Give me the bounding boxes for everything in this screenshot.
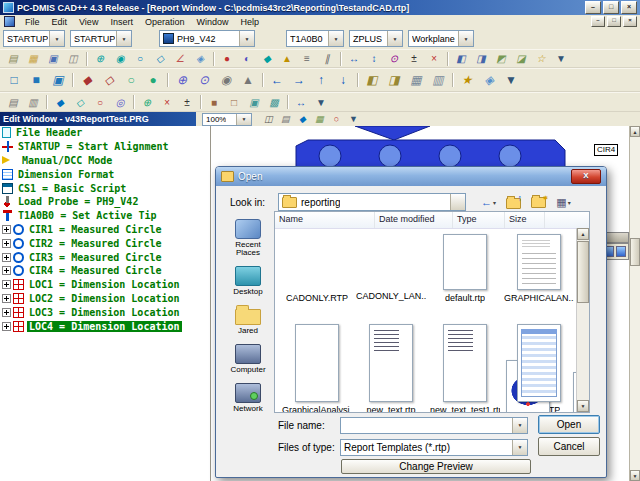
toolbar-combobox[interactable]: STARTUP [70, 30, 132, 47]
app-titlebar[interactable]: PC-DMIS CAD++ 4.3 Release - [Report Wind… [0, 0, 640, 15]
toolbar-icon[interactable]: ↑ [310, 69, 332, 91]
toolbar-icon[interactable]: ◎ [110, 93, 130, 111]
file-item[interactable]: CADONLY_LAN... [355, 234, 427, 324]
toolbar-icon[interactable]: ↔ [344, 50, 364, 68]
child-close-icon[interactable] [623, 16, 637, 27]
toolbar-icon[interactable]: ▼ [551, 50, 571, 68]
file-name-combobox[interactable] [340, 417, 528, 434]
chevron-down-icon[interactable] [458, 31, 473, 46]
sidebar-place[interactable]: Desktop [224, 266, 272, 296]
up-one-level-icon[interactable] [503, 193, 524, 212]
toolbar-icon[interactable]: □ [3, 69, 25, 91]
child-minimize-icon[interactable] [591, 16, 605, 27]
tree-item[interactable]: Dimension Format [0, 167, 210, 181]
menu-item[interactable]: View [73, 17, 104, 27]
toolbar-icon[interactable]: ○ [120, 69, 142, 91]
toolbar-icon[interactable]: ○ [90, 93, 110, 111]
toolbar-icon[interactable]: ■ [25, 69, 47, 91]
toolbar-icon[interactable]: ▲ [277, 50, 297, 68]
zoom-combobox[interactable]: 100% [202, 113, 252, 126]
scroll-up-icon[interactable] [630, 126, 640, 137]
toolbar-icon[interactable]: ▤ [3, 50, 23, 68]
toolbar-icon[interactable]: ◫ [260, 112, 277, 127]
open-button[interactable]: Open [538, 415, 600, 434]
toolbar-icon[interactable]: ⊕ [137, 93, 157, 111]
menu-item[interactable]: Window [190, 17, 234, 27]
menu-item[interactable]: File [19, 17, 46, 27]
file-name-input[interactable] [341, 419, 512, 432]
toolbar-icon[interactable]: ↓ [332, 69, 354, 91]
toolbar-icon[interactable]: ◨ [471, 50, 491, 68]
scroll-up-icon[interactable] [577, 228, 589, 240]
scroll-down-icon[interactable] [630, 470, 640, 481]
column-header[interactable]: Date modified [375, 212, 453, 228]
toolbar-icon[interactable]: ◈ [478, 69, 500, 91]
toolbar-icon[interactable]: ◐ [237, 50, 257, 68]
tree-item[interactable]: CIR2 = Measured Circle [0, 236, 210, 250]
chevron-down-icon[interactable] [239, 31, 254, 46]
toolbar-icon[interactable]: ← [266, 69, 288, 91]
toolbar-icon[interactable]: ▣ [47, 69, 69, 91]
tree-item[interactable]: CIR1 = Measured Circle [0, 223, 210, 237]
toolbar-icon[interactable]: ◉ [110, 50, 130, 68]
toolbar-icon[interactable]: ▤ [3, 93, 23, 111]
toolbar-icon[interactable]: ⊙ [384, 50, 404, 68]
toolbar-icon[interactable]: ▼ [345, 112, 362, 127]
chevron-down-icon[interactable] [387, 31, 402, 46]
toolbar-icon[interactable]: ◪ [511, 50, 531, 68]
dialog-close-icon[interactable]: X [571, 169, 601, 184]
file-item[interactable]: GRAPHICALAN... [503, 234, 575, 324]
toolbar-icon[interactable]: ↕ [364, 50, 384, 68]
tree-item[interactable]: Manual/DCC Mode [0, 154, 210, 168]
toolbar-icon[interactable]: ◇ [70, 93, 90, 111]
menu-item[interactable]: Help [234, 17, 265, 27]
toolbar-icon[interactable]: ▣ [43, 50, 63, 68]
expand-plus-icon[interactable] [2, 253, 11, 262]
expand-plus-icon[interactable] [2, 294, 11, 303]
chevron-down-icon[interactable] [328, 31, 343, 46]
toolbar-icon[interactable]: ≡ [297, 50, 317, 68]
toolbar-icon[interactable]: ● [217, 50, 237, 68]
chevron-down-icon[interactable] [450, 194, 465, 210]
child-restore-icon[interactable] [607, 16, 621, 27]
toolbar-icon[interactable]: ◆ [257, 50, 277, 68]
file-item[interactable]: GraphicalAnalysi... [281, 324, 353, 412]
chevron-down-icon[interactable] [116, 31, 131, 46]
vertical-scrollbar[interactable] [629, 126, 640, 481]
expand-plus-icon[interactable] [2, 280, 11, 289]
toolbar-icon[interactable]: × [157, 93, 177, 111]
toolbar-icon[interactable]: ▼ [311, 93, 331, 111]
file-item[interactable]: new_text_test1.rtp [429, 324, 501, 412]
tree-item[interactable]: Load Probe = PH9_V42 [0, 195, 210, 209]
toolbar-combobox[interactable]: STARTUP [3, 30, 65, 47]
toolbar-icon[interactable]: ◈ [190, 50, 210, 68]
look-in-combobox[interactable]: reporting [278, 193, 466, 211]
toolbar-icon[interactable]: ▩ [264, 93, 284, 111]
toolbar-icon[interactable]: ■ [204, 93, 224, 111]
sidebar-place[interactable]: Recent Places [224, 219, 272, 257]
menu-item[interactable]: Operation [139, 17, 191, 27]
minimize-icon[interactable] [585, 1, 601, 14]
toolbar-icon[interactable]: ± [404, 50, 424, 68]
tree-item[interactable]: File Header [0, 126, 210, 140]
column-header[interactable]: Name [275, 212, 375, 228]
toolbar-icon[interactable]: ⊕ [171, 69, 193, 91]
toolbar-combobox[interactable]: ZPLUS [349, 30, 403, 47]
toolbar-combobox[interactable]: PH9_V42 [159, 30, 255, 47]
menu-item[interactable]: Edit [46, 17, 74, 27]
toolbar-icon[interactable]: ▤ [277, 112, 294, 127]
tree-item[interactable]: CIR3 = Measured Circle [0, 250, 210, 264]
new-folder-icon[interactable] [528, 193, 549, 212]
toolbar-icon[interactable]: ◧ [451, 50, 471, 68]
toolbar-icon[interactable]: ⊕ [90, 50, 110, 68]
toolbar-icon[interactable]: ◉ [215, 69, 237, 91]
file-item[interactable]: new_text.rtp [355, 324, 427, 412]
expand-plus-icon[interactable] [2, 266, 11, 275]
expand-plus-icon[interactable] [2, 322, 11, 331]
column-header[interactable]: Size [505, 212, 545, 228]
sidebar-place[interactable]: Computer [224, 344, 272, 374]
toolbar-icon[interactable]: ☆ [531, 50, 551, 68]
toolbar-icon[interactable]: ◧ [361, 69, 383, 91]
toolbar-icon[interactable]: × [424, 50, 444, 68]
toolbar-icon[interactable]: ◆ [50, 93, 70, 111]
